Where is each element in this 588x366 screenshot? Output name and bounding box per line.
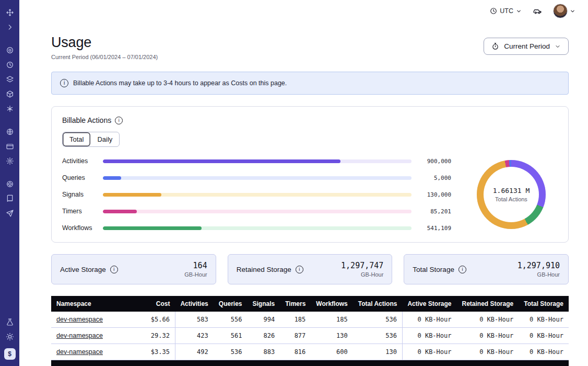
info-banner: Billable Actions may take up to 3-4 hour… [51,72,569,95]
bar-value: 541,109 [419,225,451,232]
bar-track [103,226,411,230]
page-content: Usage Current Period (06/01/2024 – 07/01… [19,22,588,366]
donut-total-label: Total Actions [495,196,527,202]
cell-active-storage: 0 KB-Hour [402,328,456,344]
cell-total-actions: 536 [353,328,403,344]
cell-active-storage: 0 KB-Hour [402,312,456,328]
info-icon[interactable] [110,266,118,273]
table-summary-row-partial [51,360,569,366]
schedules-icon[interactable] [4,59,16,71]
batch-icon[interactable] [4,73,16,86]
retained-storage-value: 1,297,747 [341,261,383,270]
billing-icon[interactable] [4,140,16,153]
total-storage-card: Total Storage 1,297,910 GB-Hour [404,254,569,284]
app-window: $ UTC Usage Current Period (0 [0,0,588,366]
docs-icon[interactable] [4,192,16,205]
cell-total-actions: 536 [353,312,403,328]
getting-started-icon[interactable] [4,207,16,220]
nexus-icon[interactable] [4,102,16,115]
table-row: dev-namespace 29.32 423 561 826 877 130 … [51,328,569,344]
billable-bar-chart: Activities 900,000 Queries 5,000 Signals [62,157,451,232]
cell-signals: 883 [248,344,280,360]
bar-row: Signals 130,000 [62,191,451,198]
bar-fill [103,226,202,230]
bar-label: Queries [62,174,96,181]
bar-fill [103,193,161,197]
chevron-down-icon [570,8,575,14]
bar-track [103,176,411,180]
col-activities: Activities [175,296,213,312]
bar-fill [103,176,121,180]
bar-value: 900,000 [419,158,451,165]
clock-icon [490,7,497,15]
col-total-actions: Total Actions [353,296,403,312]
bar-label: Signals [62,191,96,198]
collapse-chevron-icon[interactable] [4,21,16,33]
bar-track [103,193,411,197]
labs-flask-icon[interactable] [4,316,16,328]
cell-signals: 994 [248,312,280,328]
namespaces-icon[interactable] [4,125,16,138]
tab-daily[interactable]: Daily [90,132,119,146]
retained-storage-unit: GB-Hour [341,271,383,278]
avatar [553,4,568,18]
vehicle-icon[interactable] [531,5,544,17]
info-icon[interactable] [458,266,466,273]
timezone-selector[interactable]: UTC [490,7,522,15]
topbar: UTC [19,0,588,22]
cell-workflows: 185 [311,312,352,328]
nav-logo-icon[interactable] [4,6,16,19]
bar-fill [103,210,137,213]
cell-workflows: 130 [311,328,352,344]
info-icon[interactable] [296,266,303,273]
cell-signals: 826 [248,328,280,344]
donut-total-value: 1.66131 M [493,187,530,195]
active-storage-label: Active Storage [60,266,106,273]
col-active-storage: Active Storage [402,296,456,312]
cell-total-actions: 130 [353,344,403,360]
bar-track [103,210,411,213]
theme-sun-icon[interactable] [4,330,16,343]
usage-dollar-icon[interactable]: $ [4,348,16,360]
info-banner-text: Billable Actions may take up to 3-4 hour… [73,79,287,87]
sidebar: $ [0,0,19,366]
tab-total[interactable]: Total [63,132,90,146]
settings-gear-icon[interactable] [4,155,16,167]
retained-storage-label: Retained Storage [237,266,291,273]
active-storage-value: 164 [184,261,207,270]
cell-retained-storage: 0 KB-Hour [456,328,519,344]
retained-storage-card: Retained Storage 1,297,747 GB-Hour [228,254,393,284]
info-icon[interactable] [115,117,123,124]
namespace-link[interactable]: dev-namespace [56,348,103,356]
support-icon[interactable] [4,178,16,190]
bar-fill [103,159,340,163]
total-storage-label: Total Storage [413,266,454,273]
namespace-link[interactable]: dev-namespace [56,332,103,339]
cell-retained-storage: 0 KB-Hour [456,344,519,360]
namespace-link[interactable]: dev-namespace [56,316,103,323]
cell-queries: 536 [214,344,248,360]
namespace-usage-table: Namespace Cost Activities Queries Signal… [51,296,569,366]
table-row: dev-namespace $3.35 492 536 883 816 600 … [51,344,569,360]
period-selector-button[interactable]: Current Period [484,38,569,55]
period-selector-label: Current Period [504,42,550,50]
bar-label: Timers [62,208,96,215]
bar-label: Workflows [62,224,96,232]
account-menu[interactable] [553,4,575,18]
deployments-icon[interactable] [4,88,16,100]
active-storage-card: Active Storage 164 GB-Hour [51,254,216,284]
col-retained-storage: Retained Storage [456,296,519,312]
cell-active-storage: 0 KB-Hour [402,344,456,360]
workflows-icon[interactable] [4,44,16,56]
main-area: UTC Usage Current Period (06/01/2024 – 0… [19,0,588,366]
col-timers: Timers [280,296,311,312]
table-row: dev-namespace $5.66 583 556 994 185 185 … [51,312,569,328]
table-header-row: Namespace Cost Activities Queries Signal… [51,296,569,312]
storage-summary-row: Active Storage 164 GB-Hour Retained Stor… [51,254,569,284]
bar-label: Activities [62,157,96,165]
page-title: Usage [51,35,158,51]
bar-track [103,159,411,163]
total-storage-unit: GB-Hour [518,271,560,278]
bar-value: 130,000 [419,191,451,198]
cell-retained-storage: 0 KB-Hour [456,312,519,328]
